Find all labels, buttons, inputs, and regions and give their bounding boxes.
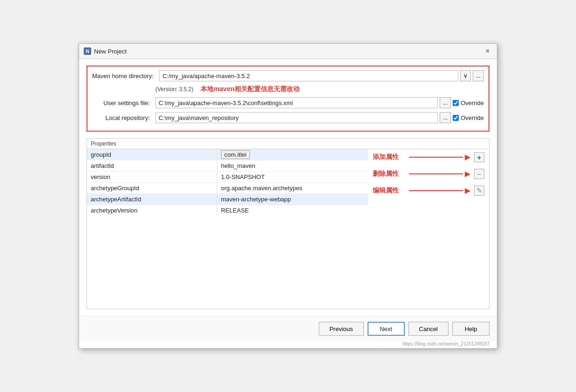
user-settings-override-checkbox[interactable] (453, 100, 459, 106)
watermark: https://blog.csdn.net/weixin_21161249187 (79, 341, 497, 348)
new-project-dialog: N New Project × Maven home directory: ∨ … (79, 43, 497, 349)
property-action-row: 编辑属性▶✎ (373, 185, 484, 197)
action-arrow: ▶ (409, 187, 470, 194)
add-property-button[interactable]: + (474, 152, 484, 162)
maven-home-browse[interactable]: ... (473, 70, 484, 81)
local-repo-input-wrapper: ... Override (155, 112, 484, 123)
user-settings-input[interactable] (155, 97, 438, 108)
property-row: artifactIdhello_maven (87, 160, 368, 172)
property-value[interactable]: 1.0-SNAPSHOT (217, 172, 368, 182)
properties-list: groupIdcom.itleiartifactIdhello_mavenver… (87, 149, 368, 216)
local-repo-browse[interactable]: ... (440, 112, 451, 123)
next-button[interactable]: Next (368, 322, 405, 336)
property-value[interactable]: hello_maven (217, 160, 368, 171)
property-row: archetypeVersionRELEASE (87, 205, 368, 216)
property-key: artifactId (87, 160, 217, 171)
maven-home-input[interactable] (159, 70, 458, 81)
empty-area (87, 216, 489, 309)
edit-property-button[interactable]: ✎ (474, 186, 484, 196)
property-row: version1.0-SNAPSHOT (87, 172, 368, 183)
property-row: archetypeArtifactIdmaven-archetype-webap… (87, 194, 368, 205)
footer: Previous Next Cancel Help (79, 316, 497, 341)
previous-button[interactable]: Previous (319, 322, 364, 336)
maven-home-row: Maven home directory: ∨ ... (92, 70, 484, 81)
actions-column: 添加属性▶+删除属性▶−编辑属性▶✎ (368, 149, 489, 216)
local-repo-label: Local repository: (92, 114, 153, 121)
property-action-row: 删除属性▶− (373, 168, 484, 180)
local-repo-override-row: Override (453, 114, 484, 121)
title-bar: N New Project × (79, 44, 497, 59)
local-repo-row: Local repository: ... Override (92, 112, 484, 123)
maven-config-section: Maven home directory: ∨ ... (Version: 3.… (87, 66, 489, 132)
user-settings-label: User settings file: (92, 100, 153, 106)
user-settings-input-wrapper: ... Override (155, 97, 484, 108)
property-action-row: 添加属性▶+ (373, 151, 484, 163)
property-key: groupId (87, 149, 217, 160)
properties-body: groupIdcom.itleiartifactIdhello_mavenver… (87, 149, 489, 216)
properties-section: Properties groupIdcom.itleiartifactIdhel… (87, 138, 489, 309)
property-key: archetypeVersion (87, 205, 217, 216)
property-row: archetypeGroupIdorg.apache.maven.archety… (87, 183, 368, 194)
user-settings-override-label: Override (461, 100, 484, 106)
dialog-content: Maven home directory: ∨ ... (Version: 3.… (79, 59, 497, 316)
app-icon: N (84, 47, 91, 55)
close-button[interactable]: × (483, 47, 492, 56)
title-bar-left: N New Project (84, 47, 127, 55)
dialog-title: New Project (94, 48, 127, 55)
user-settings-override-row: Override (453, 100, 484, 106)
cancel-button[interactable]: Cancel (409, 322, 449, 336)
property-key: archetypeArtifactId (87, 194, 217, 205)
maven-home-input-wrapper: ∨ ... (159, 70, 484, 81)
action-arrow: ▶ (409, 170, 470, 178)
maven-annotation: 本地maven相关配置信息无需改动 (201, 85, 299, 93)
action-label: 编辑属性 (373, 186, 405, 195)
property-value[interactable]: RELEASE (217, 205, 368, 216)
property-key: version (87, 172, 217, 182)
local-repo-override-checkbox[interactable] (453, 115, 459, 121)
property-key: archetypeGroupId (87, 183, 217, 193)
local-repo-override-label: Override (461, 114, 484, 121)
property-row: groupIdcom.itlei (87, 149, 368, 160)
version-row: (Version: 3.5.2) 本地maven相关配置信息无需改动 (92, 85, 484, 93)
user-settings-browse[interactable]: ... (440, 97, 451, 108)
minus-property-button[interactable]: − (474, 169, 484, 179)
local-repo-input[interactable] (155, 112, 438, 123)
maven-home-dropdown[interactable]: ∨ (460, 70, 471, 81)
user-settings-row: User settings file: ... Override (92, 97, 484, 108)
property-value[interactable]: maven-archetype-webapp (217, 194, 368, 205)
action-label: 删除属性 (373, 170, 405, 178)
action-label: 添加属性 (373, 153, 405, 161)
properties-title: Properties (87, 139, 489, 149)
maven-home-label: Maven home directory: (92, 73, 156, 80)
property-value[interactable]: org.apache.maven.archetypes (217, 183, 368, 193)
help-button[interactable]: Help (452, 322, 489, 336)
property-value[interactable]: com.itlei (217, 149, 368, 160)
version-text: (Version: 3.5.2) (155, 86, 193, 93)
action-arrow: ▶ (409, 153, 470, 161)
